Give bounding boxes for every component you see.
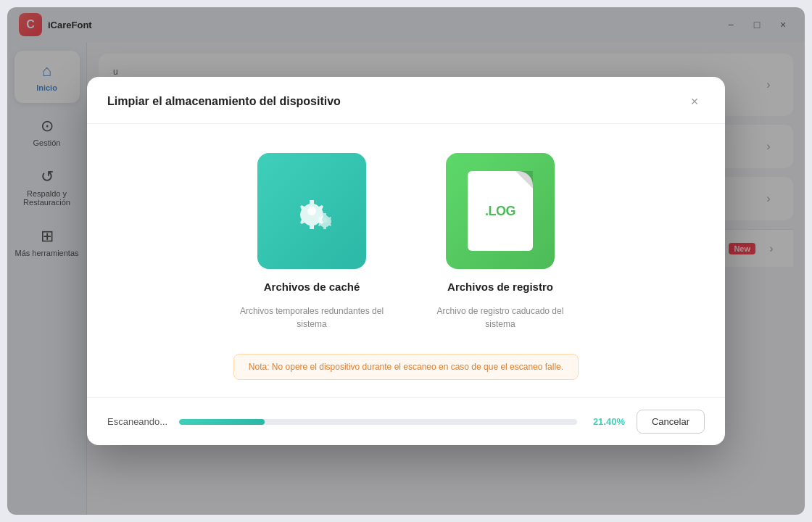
modal-header: Limpiar el almacenamiento del dispositiv… (87, 77, 725, 124)
cancel-button[interactable]: Cancelar (637, 410, 705, 434)
modal-cards: Archivos de caché Archivos temporales re… (239, 153, 573, 331)
cache-gear-svg (276, 175, 348, 247)
modal-note-text: Nota: No opere el dispositivo durante el… (249, 362, 563, 372)
modal-title: Limpiar el almacenamiento del dispositiv… (107, 95, 341, 108)
progress-percent: 21.40% (589, 416, 625, 427)
scan-label: Escaneando... (107, 416, 167, 427)
modal-body: Archivos de caché Archivos temporales re… (87, 124, 725, 397)
cache-feature-name: Archivos de caché (264, 281, 360, 293)
modal-close-button[interactable]: × (684, 91, 705, 112)
cache-icon-wrap (257, 153, 366, 269)
modal-dialog: Limpiar el almacenamiento del dispositiv… (87, 77, 725, 445)
log-icon-wrap: .LOG (446, 153, 555, 269)
cache-feature-desc: Archivos temporales redundantes del sist… (239, 304, 384, 331)
log-feature-name: Archivos de registro (447, 281, 553, 293)
modal-overlay: Limpiar el almacenamiento del dispositiv… (7, 7, 805, 515)
progress-bar-fill (179, 419, 264, 425)
log-feature-desc: Archivo de registro caducado del sistema (428, 304, 573, 331)
modal-footer: Escaneando... 21.40% Cancelar (87, 397, 725, 445)
modal-note: Nota: No opere el dispositivo durante el… (233, 354, 579, 380)
cache-feature-card: Archivos de caché Archivos temporales re… (239, 153, 384, 331)
log-file-icon: .LOG (468, 171, 533, 251)
log-file-text: .LOG (485, 204, 515, 219)
app-window: C iCareFont − □ × ⌂ Inicio ⊙ Gestión ↺ R… (7, 7, 805, 515)
log-feature-card: .LOG Archivos de registro Archivo de reg… (428, 153, 573, 331)
progress-bar-wrap (179, 419, 577, 425)
